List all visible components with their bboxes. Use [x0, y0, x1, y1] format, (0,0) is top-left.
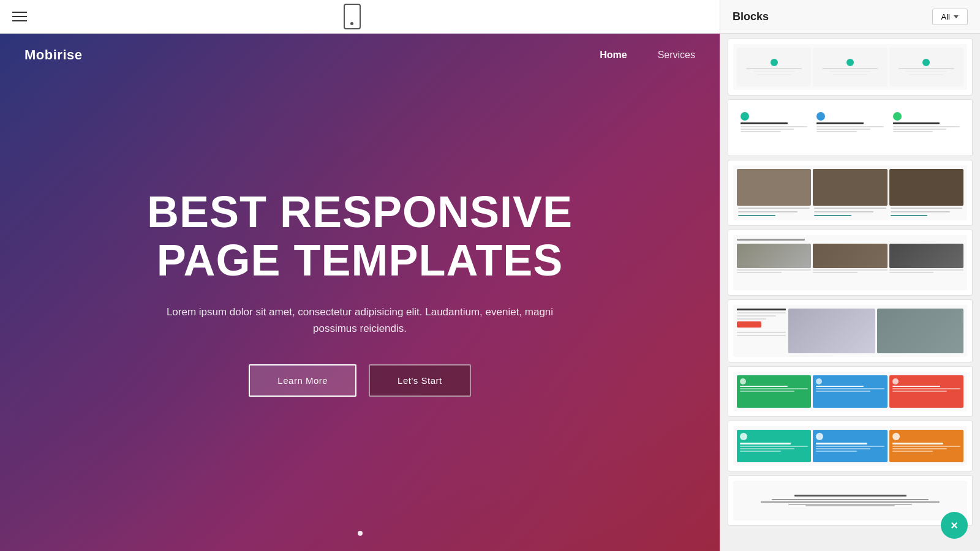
block-card-3[interactable] — [728, 160, 973, 226]
top-toolbar — [0, 0, 720, 34]
filter-label: All — [941, 12, 950, 21]
learn-more-button[interactable]: Learn More — [249, 364, 356, 397]
block-preview-1 — [733, 44, 967, 90]
blocks-panel-header: Blocks All — [720, 0, 980, 34]
block-preview-6 — [733, 372, 967, 411]
blocks-panel-title: Blocks — [733, 10, 769, 23]
chevron-down-icon — [954, 15, 959, 18]
lets-start-button[interactable]: Let's Start — [369, 364, 471, 397]
hero-content: BEST RESPONSIVE PAGE TEMPLATES Lorem ips… — [97, 188, 624, 397]
hero-subtitle: Lorem ipsum dolor sit amet, consectetur … — [146, 304, 575, 337]
hero-navbar: Mobirise Home Services — [0, 34, 720, 77]
hamburger-menu-button[interactable] — [12, 12, 27, 21]
block-card-6[interactable] — [728, 366, 973, 417]
block-card-1[interactable] — [728, 39, 973, 96]
hero-section: Mobirise Home Services BEST RESPONSIVE P… — [0, 34, 720, 551]
carousel-dots — [358, 531, 363, 536]
block-preview-7 — [733, 426, 967, 466]
nav-links: Home Services — [600, 50, 695, 61]
close-panel-button[interactable]: × — [941, 512, 968, 539]
block-preview-5 — [733, 305, 967, 357]
block-card-5[interactable] — [728, 299, 973, 362]
brand-logo: Mobirise — [24, 47, 82, 63]
editor-area: Mobirise Home Services BEST RESPONSIVE P… — [0, 0, 720, 551]
hero-buttons: Learn More Let's Start — [146, 364, 575, 397]
blocks-filter-button[interactable]: All — [932, 9, 968, 25]
block-card-2[interactable] — [728, 99, 973, 156]
block-preview-8 — [733, 481, 967, 520]
blocks-panel: Blocks All — [720, 0, 980, 551]
block-card-4[interactable] — [728, 230, 973, 296]
block-preview-2 — [733, 105, 967, 151]
nav-link-services[interactable]: Services — [658, 50, 695, 61]
hero-title: BEST RESPONSIVE PAGE TEMPLATES — [146, 188, 575, 285]
dot-1[interactable] — [358, 531, 363, 536]
blocks-list — [720, 34, 980, 551]
block-card-7[interactable] — [728, 421, 973, 471]
block-preview-4 — [733, 235, 967, 290]
device-preview-icon[interactable] — [344, 4, 361, 29]
preview-canvas: Mobirise Home Services BEST RESPONSIVE P… — [0, 34, 720, 551]
block-card-8[interactable] — [728, 475, 973, 526]
block-preview-3 — [733, 165, 967, 220]
nav-link-home[interactable]: Home — [600, 50, 627, 61]
